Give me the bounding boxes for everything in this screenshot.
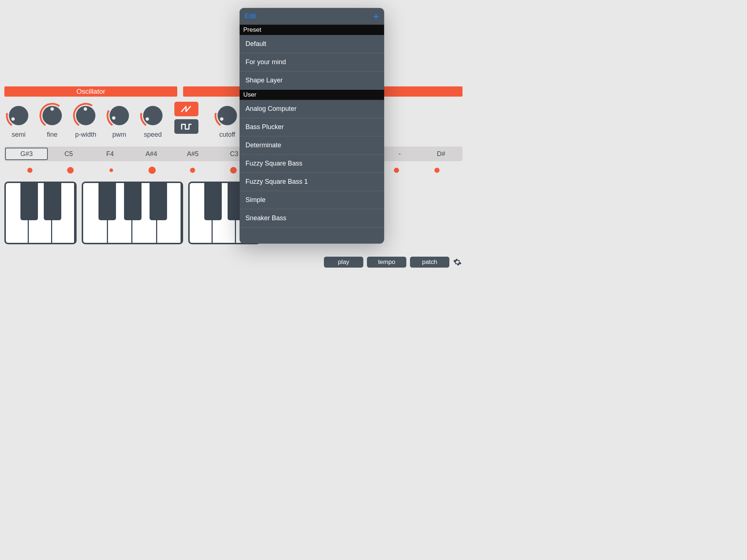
black-key[interactable]	[204, 183, 222, 220]
list-item[interactable]: Simple	[240, 191, 384, 209]
list-item[interactable]: Analog Computer	[240, 100, 384, 118]
black-key[interactable]	[150, 183, 167, 220]
gear-icon[interactable]	[453, 258, 462, 267]
sequencer-row: G#3 C5 F4 A#4 A#5 C3 C#4 C3 C4 - D#	[4, 147, 462, 161]
knobs-row: semi fine p-width pwm speed	[4, 102, 462, 139]
list-item[interactable]: Default	[240, 35, 384, 53]
seq-step-4[interactable]: A#5	[172, 148, 213, 160]
list-item[interactable]: Fuzzy Square Bass 1	[240, 173, 384, 191]
popover-header: Edit +	[240, 8, 384, 25]
patch-button[interactable]: patch	[410, 257, 449, 268]
knob-pwidth[interactable]: p-width	[71, 102, 100, 139]
section-header-oscillator: Oscillator	[4, 86, 177, 97]
wave-saw-button[interactable]	[174, 102, 198, 116]
velocity-dot[interactable]	[190, 168, 195, 173]
velocity-dot[interactable]	[230, 167, 237, 174]
footer-controls: play tempo patch	[324, 257, 462, 268]
list-item[interactable]: Sneaker Bass	[240, 209, 384, 228]
add-icon[interactable]: +	[373, 11, 379, 22]
tempo-button[interactable]: tempo	[367, 257, 406, 268]
velocity-dot[interactable]	[434, 168, 440, 173]
key-group	[82, 182, 183, 244]
list-item[interactable]: Determinate	[240, 136, 384, 155]
svg-point-2	[11, 117, 15, 121]
knob-fine[interactable]: fine	[38, 102, 66, 139]
velocity-dot[interactable]	[27, 168, 32, 173]
list-item[interactable]: For your mind	[240, 53, 384, 71]
velocity-row	[4, 166, 462, 174]
velocity-dot[interactable]	[148, 167, 156, 174]
list-section-preset: Preset	[240, 25, 384, 35]
black-key[interactable]	[20, 183, 38, 220]
list-item[interactable]: Shape Layer	[240, 71, 384, 90]
svg-point-1	[9, 106, 28, 125]
list-item[interactable]: Bass Plucker	[240, 118, 384, 136]
preset-list[interactable]: Preset Default For your mind Shape Layer…	[240, 25, 384, 244]
knob-speed[interactable]: speed	[139, 102, 167, 139]
black-key[interactable]	[44, 183, 61, 220]
keyboard	[4, 182, 462, 244]
svg-point-8	[84, 107, 87, 111]
list-section-user: User	[240, 90, 384, 100]
black-key[interactable]	[124, 183, 142, 220]
waveform-selector	[174, 102, 198, 134]
synth-panel: Oscillator semi fine p-width pwm speed	[4, 86, 462, 244]
black-key[interactable]	[98, 183, 116, 220]
knob-pwm[interactable]: pwm	[105, 102, 133, 139]
seq-step-2[interactable]: F4	[89, 148, 131, 160]
svg-point-10	[109, 106, 129, 125]
seq-step-1[interactable]: C5	[48, 148, 89, 160]
svg-point-11	[112, 116, 116, 120]
edit-button[interactable]: Edit	[245, 12, 256, 20]
velocity-dot[interactable]	[109, 168, 113, 172]
svg-point-14	[146, 117, 149, 121]
seq-step-3[interactable]: A#4	[131, 148, 172, 160]
play-button[interactable]: play	[324, 257, 363, 268]
svg-point-17	[220, 117, 224, 121]
patch-popover: Edit + Preset Default For your mind Shap…	[240, 8, 384, 244]
svg-point-16	[217, 106, 237, 125]
seq-step-9[interactable]: -	[379, 148, 420, 160]
knob-semi[interactable]: semi	[4, 102, 33, 139]
velocity-dot[interactable]	[67, 167, 74, 174]
wave-square-button[interactable]	[174, 119, 198, 134]
key-group	[4, 182, 77, 244]
seq-step-0[interactable]: G#3	[5, 148, 48, 160]
knob-cutoff[interactable]: cutoff	[213, 102, 241, 139]
svg-point-13	[143, 106, 162, 125]
seq-step-10[interactable]: D#	[421, 148, 462, 160]
svg-point-5	[50, 107, 54, 111]
list-item[interactable]: Fuzzy Square Bass	[240, 155, 384, 173]
velocity-dot[interactable]	[394, 168, 399, 173]
